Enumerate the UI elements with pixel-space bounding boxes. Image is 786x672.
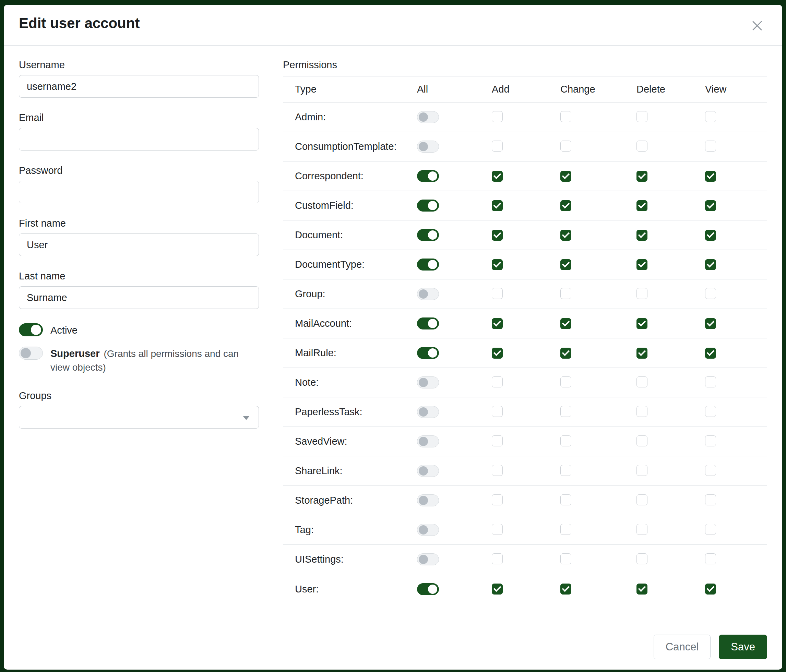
permission-delete-checkbox[interactable] xyxy=(637,465,648,476)
permission-change-checkbox[interactable] xyxy=(560,524,571,535)
permission-delete-checkbox[interactable] xyxy=(637,495,648,506)
permission-view-checkbox[interactable] xyxy=(705,406,716,417)
permission-change-checkbox[interactable] xyxy=(560,495,571,506)
permission-view-checkbox[interactable] xyxy=(705,435,716,446)
permission-view-checkbox[interactable] xyxy=(705,318,716,329)
permission-view-checkbox[interactable] xyxy=(705,141,716,152)
permission-view-checkbox[interactable] xyxy=(705,584,716,595)
permission-change-checkbox[interactable] xyxy=(560,406,571,417)
permission-type-label: UISettings: xyxy=(295,554,417,565)
first-name-input[interactable] xyxy=(19,234,259,256)
permission-view-checkbox[interactable] xyxy=(705,348,716,359)
permission-add-checkbox[interactable] xyxy=(492,584,503,595)
permission-view-checkbox[interactable] xyxy=(705,111,716,122)
permission-add-checkbox[interactable] xyxy=(492,435,503,446)
permission-change-checkbox[interactable] xyxy=(560,200,571,211)
permission-delete-checkbox[interactable] xyxy=(637,377,648,388)
permission-add-checkbox[interactable] xyxy=(492,348,503,359)
column-header-change: Change xyxy=(560,84,637,95)
permission-delete-checkbox[interactable] xyxy=(637,171,648,182)
permission-delete-checkbox[interactable] xyxy=(637,584,648,595)
permission-all-toggle[interactable] xyxy=(417,553,439,565)
permission-all-toggle[interactable] xyxy=(417,583,439,595)
permission-all-toggle[interactable] xyxy=(417,111,439,123)
permission-all-toggle[interactable] xyxy=(417,288,439,300)
permission-add-checkbox[interactable] xyxy=(492,495,503,506)
permission-all-toggle[interactable] xyxy=(417,465,439,477)
permission-view-checkbox[interactable] xyxy=(705,200,716,211)
permission-change-checkbox[interactable] xyxy=(560,318,571,329)
permission-change-checkbox[interactable] xyxy=(560,377,571,388)
permission-delete-checkbox[interactable] xyxy=(637,230,648,241)
permission-delete-checkbox[interactable] xyxy=(637,141,648,152)
permission-view-checkbox[interactable] xyxy=(705,230,716,241)
permission-view-checkbox[interactable] xyxy=(705,377,716,388)
permission-change-checkbox[interactable] xyxy=(560,259,571,270)
permission-row: StoragePath: xyxy=(283,486,767,515)
permission-view-checkbox[interactable] xyxy=(705,495,716,506)
permission-add-checkbox[interactable] xyxy=(492,553,503,564)
permission-add-checkbox[interactable] xyxy=(492,141,503,152)
permission-change-checkbox[interactable] xyxy=(560,465,571,476)
permission-delete-checkbox[interactable] xyxy=(637,524,648,535)
permission-delete-checkbox[interactable] xyxy=(637,318,648,329)
permission-view-checkbox[interactable] xyxy=(705,465,716,476)
last-name-input[interactable] xyxy=(19,286,259,309)
permission-delete-checkbox[interactable] xyxy=(637,406,648,417)
permission-all-toggle[interactable] xyxy=(417,259,439,270)
permission-add-checkbox[interactable] xyxy=(492,524,503,535)
permission-all-toggle[interactable] xyxy=(417,524,439,536)
password-input[interactable] xyxy=(19,181,259,203)
permission-add-checkbox[interactable] xyxy=(492,465,503,476)
superuser-toggle[interactable] xyxy=(19,347,43,360)
permission-all-toggle[interactable] xyxy=(417,141,439,152)
permission-add-checkbox[interactable] xyxy=(492,171,503,182)
permission-add-checkbox[interactable] xyxy=(492,259,503,270)
permission-change-checkbox[interactable] xyxy=(560,348,571,359)
permission-delete-checkbox[interactable] xyxy=(637,553,648,564)
permission-add-checkbox[interactable] xyxy=(492,111,503,122)
permission-all-toggle[interactable] xyxy=(417,229,439,241)
permission-all-toggle[interactable] xyxy=(417,199,439,212)
permission-all-toggle[interactable] xyxy=(417,347,439,359)
permission-add-checkbox[interactable] xyxy=(492,318,503,329)
close-button[interactable] xyxy=(747,16,767,36)
permission-all-toggle[interactable] xyxy=(417,435,439,447)
permission-change-checkbox[interactable] xyxy=(560,171,571,182)
permission-row: Admin: xyxy=(283,102,767,132)
permission-all-toggle[interactable] xyxy=(417,406,439,418)
permission-all-toggle[interactable] xyxy=(417,317,439,330)
permission-delete-checkbox[interactable] xyxy=(637,200,648,211)
permission-delete-checkbox[interactable] xyxy=(637,348,648,359)
permission-add-checkbox[interactable] xyxy=(492,230,503,241)
active-toggle[interactable] xyxy=(19,323,43,336)
permission-change-checkbox[interactable] xyxy=(560,288,571,299)
permission-delete-checkbox[interactable] xyxy=(637,111,648,122)
permission-all-toggle[interactable] xyxy=(417,170,439,182)
permission-change-checkbox[interactable] xyxy=(560,111,571,122)
permission-change-checkbox[interactable] xyxy=(560,435,571,446)
permission-add-checkbox[interactable] xyxy=(492,288,503,299)
groups-select[interactable] xyxy=(19,406,259,429)
permission-change-checkbox[interactable] xyxy=(560,553,571,564)
permission-view-checkbox[interactable] xyxy=(705,524,716,535)
cancel-button[interactable]: Cancel xyxy=(654,634,711,659)
permission-view-checkbox[interactable] xyxy=(705,259,716,270)
permission-all-toggle[interactable] xyxy=(417,495,439,506)
email-input[interactable] xyxy=(19,128,259,151)
permission-delete-checkbox[interactable] xyxy=(637,435,648,446)
permission-view-checkbox[interactable] xyxy=(705,171,716,182)
permission-view-checkbox[interactable] xyxy=(705,288,716,299)
permission-add-checkbox[interactable] xyxy=(492,200,503,211)
save-button[interactable]: Save xyxy=(719,634,767,659)
permission-add-checkbox[interactable] xyxy=(492,377,503,388)
permission-add-checkbox[interactable] xyxy=(492,406,503,417)
permission-change-checkbox[interactable] xyxy=(560,141,571,152)
permission-change-checkbox[interactable] xyxy=(560,584,571,595)
permission-delete-checkbox[interactable] xyxy=(637,259,648,270)
permission-view-checkbox[interactable] xyxy=(705,553,716,564)
permission-change-checkbox[interactable] xyxy=(560,230,571,241)
permission-delete-checkbox[interactable] xyxy=(637,288,648,299)
username-input[interactable] xyxy=(19,75,259,98)
permission-all-toggle[interactable] xyxy=(417,377,439,388)
